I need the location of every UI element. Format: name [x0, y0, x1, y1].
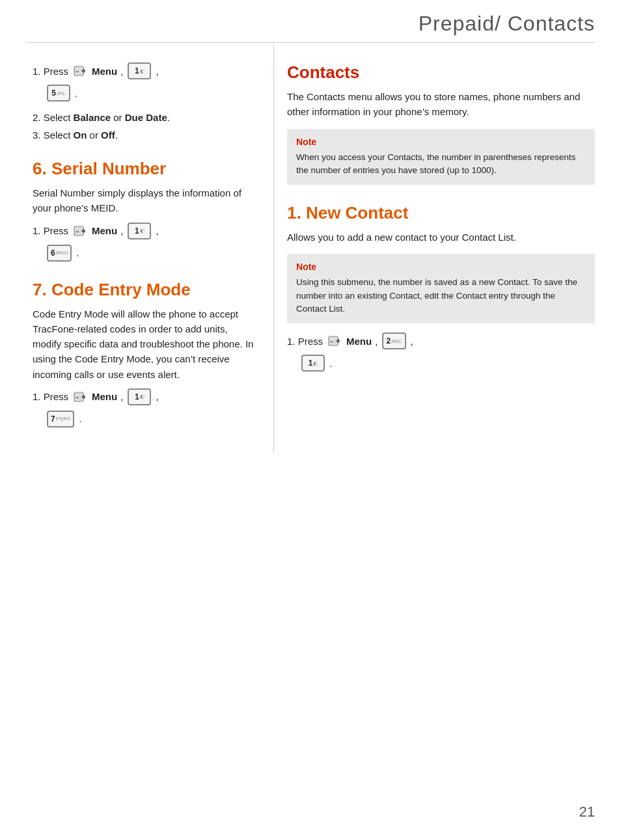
contacts-note-title: Note: [296, 137, 586, 147]
serial-key2: 6MNO: [47, 245, 72, 262]
new-contact-step1-row: 1. Press − Menu, 2ABC,: [287, 332, 595, 349]
serial-menu-label: Menu: [92, 225, 117, 236]
new-contact-section: 1. New Contact Allows you to add a new c…: [287, 203, 595, 372]
code-menu-phone-icon: −: [73, 390, 87, 403]
code-entry-body: Code Entry Mode will allow the phone to …: [33, 306, 254, 382]
prepaid-step1-key2-row: 5JKL.: [46, 85, 254, 102]
serial-body: Serial Number simply displays the inform…: [33, 185, 254, 216]
right-column: Contacts The Contacts menu allows you to…: [273, 43, 621, 452]
contacts-section: Contacts The Contacts menu allows you to…: [287, 62, 595, 185]
prepaid-step1-key2: 5JKL: [47, 85, 70, 102]
serial-section: 6. Serial Number Serial Number simply di…: [33, 159, 254, 262]
code-step1-row: 1. Press − Menu, 1◐,: [33, 388, 254, 405]
new-contact-step1-prefix: 1. Press: [287, 336, 323, 347]
menu-phone-icon: −: [73, 64, 87, 77]
prepaid-step3-row: 3. Select On or Off.: [33, 129, 254, 141]
new-contact-note-body: Using this submenu, the number is saved …: [296, 276, 586, 316]
new-contact-title: 1. New Contact: [287, 203, 595, 223]
svg-text:−: −: [76, 68, 79, 75]
serial-key1: 1◐: [128, 223, 151, 239]
code-key2-row: 7PQRS.: [46, 411, 254, 427]
code-key1: 1◐: [128, 388, 151, 405]
new-contact-menu-label: Menu: [346, 336, 372, 347]
code-entry-title: 7. Code Entry Mode: [33, 280, 254, 300]
svg-text:−: −: [76, 394, 79, 401]
serial-key2-row: 6MNO.: [46, 245, 254, 262]
contacts-title: Contacts: [287, 62, 595, 83]
new-contact-note: Note Using this submenu, the number is s…: [287, 254, 595, 323]
new-contact-menu-phone-icon: −: [327, 334, 342, 347]
serial-menu-phone-icon: −: [73, 224, 87, 237]
code-step1-prefix: 1. Press: [33, 391, 68, 402]
code-menu-label: Menu: [92, 391, 117, 402]
header-title: Prepaid/ Contacts: [419, 12, 595, 35]
prepaid-step2-text: 2. Select Balance or Due Date.: [33, 112, 170, 123]
left-column: 1. Press − Menu, 1◐, 5JKL. 2. Select Bal…: [0, 43, 273, 452]
prepaid-step2-row: 2. Select Balance or Due Date.: [33, 112, 254, 123]
new-contact-key2: 1◐: [301, 355, 325, 372]
page-header: Prepaid/ Contacts: [0, 0, 621, 42]
new-contact-key1: 2ABC: [382, 332, 406, 349]
contacts-note-body: When you access your Contacts, the numbe…: [296, 151, 586, 178]
contacts-note: Note When you access your Contacts, the …: [287, 129, 595, 185]
serial-title: 6. Serial Number: [33, 159, 254, 179]
code-key2: 7PQRS: [47, 411, 74, 427]
prepaid-step1-key1: 1◐: [128, 62, 151, 79]
prepaid-step1-row: 1. Press − Menu, 1◐,: [33, 62, 254, 79]
prepaid-step1-prefix: 1. Press: [33, 66, 68, 77]
code-entry-section: 7. Code Entry Mode Code Entry Mode will …: [33, 280, 254, 427]
contacts-body: The Contacts menu allows you to store na…: [287, 89, 595, 120]
serial-step1-row: 1. Press − Menu, 1◐,: [33, 223, 254, 239]
svg-text:−: −: [330, 338, 333, 345]
main-content: 1. Press − Menu, 1◐, 5JKL. 2. Select Bal…: [0, 43, 621, 452]
prepaid-step3-text: 3. Select On or Off.: [33, 129, 118, 141]
svg-text:−: −: [76, 228, 79, 235]
new-contact-body: Allows you to add a new contact to your …: [287, 230, 595, 245]
page-number: 21: [579, 804, 595, 820]
new-contact-note-title: Note: [296, 262, 586, 272]
new-contact-key2-row: 1◐.: [300, 355, 595, 372]
serial-step1-prefix: 1. Press: [33, 225, 68, 236]
prepaid-step1-menu-label: Menu: [92, 66, 117, 77]
